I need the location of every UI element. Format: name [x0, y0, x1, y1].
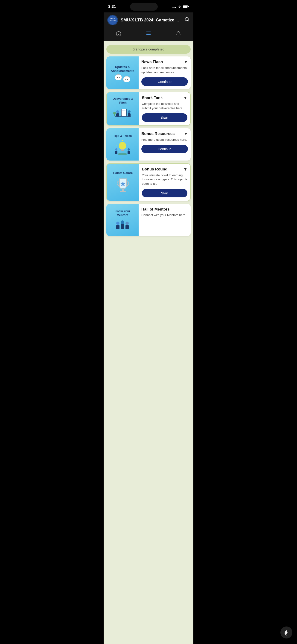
svg-rect-52 [126, 225, 129, 229]
signal-icon [172, 5, 176, 8]
svg-rect-28 [128, 113, 130, 116]
svg-point-51 [126, 222, 129, 225]
card-description-hall-of-mentors: Connect with your Mentors here. [141, 213, 188, 218]
status-bar: 3:31 [104, 0, 194, 12]
card-body-shark-tank: Shark Tank ▼ Complete the activities and… [139, 92, 190, 125]
card-title-bonus-resources: Bonus Resources [141, 132, 182, 136]
card-description-bonus-round: Your ultimate ticket to earning those ex… [142, 173, 188, 186]
card-image-bonus-resources: Tips & Tricks [106, 128, 138, 160]
card-body-bonus-resources: Bonus Resources ▼ Find more useful resou… [138, 128, 191, 160]
deliverables-illustration [112, 107, 133, 120]
svg-point-2 [174, 7, 175, 8]
svg-point-4 [179, 7, 180, 8]
svg-text:SMU-X LTB: SMU-X LTB [110, 20, 116, 22]
mentors-illustration [113, 219, 132, 230]
svg-rect-46 [120, 191, 126, 192]
topic-card-hall-of-mentors: Know YourMentors Hall of Mentors Conn [106, 204, 191, 236]
svg-line-36 [118, 142, 118, 142]
progress-bar: 0/2 topics completed [106, 45, 191, 54]
svg-point-47 [116, 222, 120, 225]
nav-tabs [104, 28, 194, 41]
topic-card-shark-tank: Deliverables &Pitch [106, 92, 191, 126]
card-image-hall-of-mentors: Know YourMentors [106, 204, 138, 236]
app-header: SMU-X SMU-X LTB SMU-X LTB 2024: Gametize… [104, 12, 194, 28]
dynamic-island [130, 3, 158, 10]
tab-topics[interactable] [141, 30, 156, 38]
card-body-bonus-round: Bonus Round ▼ Your ultimate ticket to ea… [139, 164, 190, 201]
card-body-news-flash: News Flash ▼ Look here for all announcem… [138, 56, 191, 89]
card-body-hall-of-mentors: Hall of Mentors Connect with your Mentor… [138, 204, 191, 236]
svg-point-0 [172, 7, 173, 8]
start-button-bonus-round[interactable]: Start [142, 189, 188, 198]
topic-card-bonus-round: Points Galore [106, 163, 191, 201]
battery-icon [183, 5, 189, 8]
svg-text:SMU-X: SMU-X [110, 18, 115, 20]
svg-rect-23 [121, 109, 126, 116]
card-image-shark-tank: Deliverables &Pitch [107, 92, 139, 125]
svg-rect-40 [115, 151, 118, 154]
svg-rect-42 [128, 151, 130, 154]
chevron-down-icon: ▼ [184, 60, 188, 64]
svg-rect-6 [188, 6, 189, 7]
tab-info[interactable] [111, 30, 126, 38]
svg-point-49 [121, 220, 124, 224]
card-image-label-shark-tank: Deliverables &Pitch [112, 97, 133, 105]
topic-card-news-flash: Updates &Announcements • • • • News Flas… [106, 56, 191, 89]
chevron-down-icon: ▼ [183, 96, 188, 100]
card-image-label-bonus-round: Points Galore [113, 171, 133, 175]
continue-button-bonus-resources[interactable]: Continue [141, 145, 188, 153]
search-button[interactable] [184, 16, 190, 24]
start-button-shark-tank[interactable]: Start [142, 113, 188, 122]
status-time: 3:31 [108, 4, 116, 9]
svg-point-31 [119, 142, 126, 150]
svg-point-30 [113, 112, 116, 114]
card-image-news-flash: Updates &Announcements • • • • [106, 56, 138, 89]
svg-point-21 [116, 110, 119, 113]
continue-button-news-flash[interactable]: Continue [141, 78, 188, 86]
svg-point-1 [173, 7, 174, 8]
speech-bubbles-illustration: • • • • [111, 74, 134, 80]
card-title-bonus-round: Bonus Round [142, 167, 182, 172]
card-image-bonus-round: Points Galore [107, 164, 139, 201]
svg-line-13 [188, 20, 189, 22]
svg-point-39 [115, 148, 118, 151]
svg-rect-45 [122, 189, 124, 191]
chevron-down-icon: ▼ [183, 167, 188, 172]
trophy-illustration [113, 177, 133, 193]
svg-point-3 [175, 7, 176, 8]
svg-point-41 [128, 148, 130, 151]
app-logo: SMU-X SMU-X LTB [107, 15, 118, 25]
svg-rect-33 [121, 150, 124, 151]
main-content: 0/2 topics completed Updates &Announceme… [104, 41, 194, 644]
svg-point-27 [128, 110, 130, 113]
tips-illustration [112, 140, 133, 155]
svg-point-43 [118, 153, 127, 155]
chevron-down-icon: ▼ [184, 132, 188, 136]
svg-line-35 [126, 142, 127, 142]
svg-rect-48 [116, 225, 120, 229]
card-description-shark-tank: Complete the activities and submit your … [142, 102, 188, 110]
wifi-icon [177, 5, 182, 8]
card-description-news-flash: Look here for all announcements, updates… [141, 66, 188, 75]
progress-text: 0/2 topics completed [132, 47, 164, 51]
app-title: SMU-X LTB 2024: Gametize ... [121, 18, 182, 22]
status-icons [172, 5, 189, 8]
card-image-label-hall-of-mentors: Know YourMentors [113, 209, 132, 217]
card-title-shark-tank: Shark Tank [142, 96, 182, 100]
card-title-news-flash: News Flash [141, 60, 182, 64]
card-title-hall-of-mentors: Hall of Mentors [141, 207, 188, 212]
card-image-label-news-flash: Updates &Announcements [111, 65, 134, 73]
topic-card-bonus-resources: Tips & Tricks [106, 128, 191, 160]
tab-notifications[interactable] [171, 30, 186, 38]
svg-rect-50 [121, 224, 124, 229]
card-image-label-bonus-resources: Tips & Tricks [112, 134, 133, 138]
svg-rect-22 [116, 113, 119, 116]
svg-rect-7 [183, 6, 188, 8]
card-description-bonus-resources: Find more useful resources here. [141, 138, 188, 142]
